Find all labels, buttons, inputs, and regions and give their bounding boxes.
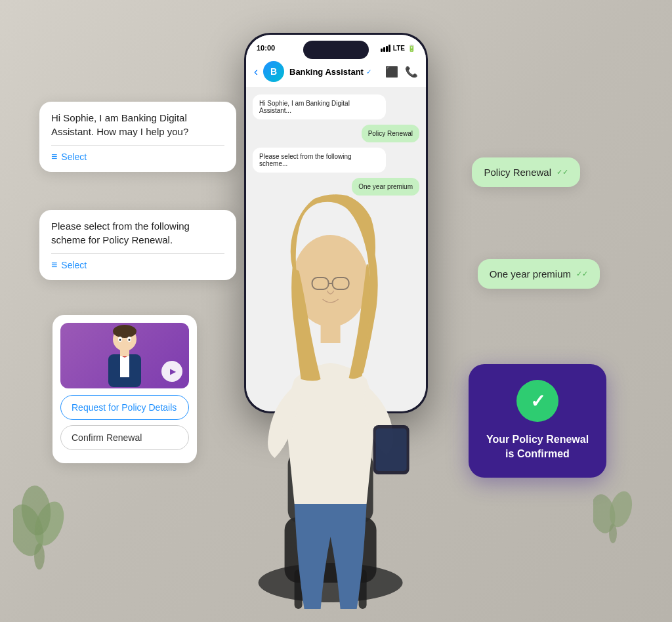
confirm-text-line2: is Confirmed (505, 448, 570, 459)
back-button[interactable]: ‹ (254, 65, 258, 79)
bot-bubble-2: Please select from the following scheme … (39, 210, 236, 280)
signal-bar-4 (388, 45, 390, 52)
select-button-2[interactable]: ≡ Select (51, 259, 224, 271)
svg-point-16 (129, 339, 131, 341)
phone-user-bubble-1: Policy Renewal (362, 125, 419, 142)
battery-icon: 🔋 (408, 45, 415, 52)
assistant-figure (98, 325, 151, 387)
verified-badge: ✓ (366, 68, 371, 75)
avatar-card: ▶ Request for Policy Details Confirm Ren… (52, 315, 197, 463)
list-icon-2: ≡ (51, 259, 57, 271)
chat-header: ‹ B Banking Assistant ✓ ⬛ 📞 (246, 56, 426, 88)
status-icons: LTE 🔋 (381, 45, 415, 52)
plant-left-decoration (13, 465, 66, 570)
svg-point-8 (113, 325, 136, 338)
bubble-divider-1 (51, 145, 224, 146)
user-bubble-2: One year premium ✓✓ (478, 259, 600, 289)
plant-right-decoration (593, 465, 633, 543)
signal-bar-3 (386, 46, 388, 52)
assistant-avatar: B (263, 61, 284, 82)
svg-rect-10 (120, 354, 129, 377)
user-bubble-2-text: One year premium (490, 268, 571, 280)
network-type: LTE (393, 45, 405, 52)
chat-body: Hi Sophie, I am Banking Digital Assistan… (246, 88, 426, 411)
avatar-video-preview: ▶ (60, 323, 189, 388)
read-ticks-2: ✓✓ (576, 270, 588, 278)
bot-bubble-1-text: Hi Sophie, I am Banking Digital Assistan… (51, 111, 224, 138)
user-bubble-1-text: Policy Renewal (484, 167, 551, 178)
svg-point-15 (119, 339, 121, 341)
video-call-icon[interactable]: ⬛ (385, 66, 398, 78)
bot-bubble-2-text: Please select from the following scheme … (51, 219, 224, 247)
assistant-name: Banking Assistant (289, 67, 364, 77)
play-icon: ▶ (170, 367, 176, 376)
bubble-divider-2 (51, 253, 224, 254)
phone-bot-bubble-2: Please select from the following scheme.… (253, 148, 386, 173)
phone-user-bubble-2: One year premium (352, 178, 419, 196)
select-label-2: Select (61, 260, 87, 270)
signal-bar-1 (381, 49, 383, 52)
check-icon: ✓ (530, 390, 545, 412)
select-label-1: Select (61, 152, 87, 162)
signal-bars (381, 45, 390, 52)
request-policy-details-button[interactable]: Request for Policy Details (60, 395, 189, 420)
status-time: 10:00 (257, 44, 275, 52)
read-ticks-1: ✓✓ (556, 168, 568, 176)
user-bubble-1: Policy Renewal ✓✓ (472, 157, 580, 187)
phone-mockup: 10:00 LTE 🔋 ‹ B Banking Assistant ✓ (244, 33, 428, 413)
phone-notch (303, 41, 369, 59)
confirmation-text: Your Policy Renewal is Confirmed (482, 432, 593, 462)
bot-bubble-1: Hi Sophie, I am Banking Digital Assistan… (39, 102, 236, 172)
svg-rect-12 (120, 350, 129, 356)
header-actions: ⬛ 📞 (385, 66, 418, 78)
confirmation-check-circle: ✓ (516, 380, 558, 422)
confirm-renewal-button[interactable]: Confirm Renewal (60, 425, 189, 450)
confirm-text-line1: Your Policy Renewal (486, 434, 589, 445)
phone-call-icon[interactable]: 📞 (405, 66, 418, 78)
play-button[interactable]: ▶ (161, 361, 182, 382)
signal-bar-2 (383, 47, 385, 52)
list-icon-1: ≡ (51, 151, 57, 163)
select-button-1[interactable]: ≡ Select (51, 151, 224, 163)
confirmation-card: ✓ Your Policy Renewal is Confirmed (469, 364, 606, 478)
phone-bot-bubble-1: Hi Sophie, I am Banking Digital Assistan… (253, 94, 386, 119)
